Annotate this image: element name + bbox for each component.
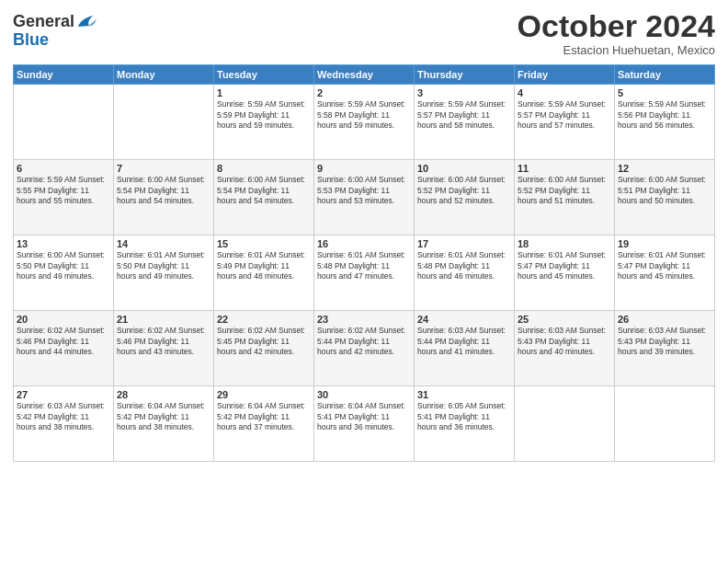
day-info: Sunrise: 6:05 AM Sunset: 5:41 PM Dayligh…: [417, 401, 511, 432]
week-row-3: 20Sunrise: 6:02 AM Sunset: 5:46 PM Dayli…: [14, 311, 715, 386]
day-info: Sunrise: 6:03 AM Sunset: 5:44 PM Dayligh…: [417, 326, 511, 357]
calendar-cell: 25Sunrise: 6:03 AM Sunset: 5:43 PM Dayli…: [515, 311, 615, 386]
day-info: Sunrise: 6:02 AM Sunset: 5:46 PM Dayligh…: [17, 326, 110, 357]
calendar-cell: 26Sunrise: 6:03 AM Sunset: 5:43 PM Dayli…: [615, 311, 715, 386]
calendar-cell: 6Sunrise: 5:59 AM Sunset: 5:55 PM Daylig…: [14, 160, 114, 236]
day-info: Sunrise: 5:59 AM Sunset: 5:56 PM Dayligh…: [618, 99, 711, 131]
day-number: 22: [217, 314, 311, 325]
day-info: Sunrise: 6:00 AM Sunset: 5:53 PM Dayligh…: [317, 175, 411, 206]
calendar-cell: 24Sunrise: 6:03 AM Sunset: 5:44 PM Dayli…: [415, 311, 515, 386]
day-info: Sunrise: 6:03 AM Sunset: 5:43 PM Dayligh…: [518, 326, 611, 357]
calendar-cell: 22Sunrise: 6:02 AM Sunset: 5:45 PM Dayli…: [214, 311, 314, 386]
day-number: 3: [417, 87, 511, 98]
weekday-header-row: SundayMondayTuesdayWednesdayThursdayFrid…: [14, 65, 715, 85]
calendar-cell: 9Sunrise: 6:00 AM Sunset: 5:53 PM Daylig…: [314, 160, 415, 236]
day-number: 17: [417, 238, 511, 249]
day-info: Sunrise: 6:00 AM Sunset: 5:54 PM Dayligh…: [117, 175, 210, 206]
week-row-4: 27Sunrise: 6:03 AM Sunset: 5:42 PM Dayli…: [14, 386, 715, 462]
day-info: Sunrise: 6:04 AM Sunset: 5:42 PM Dayligh…: [117, 401, 210, 432]
day-info: Sunrise: 6:00 AM Sunset: 5:50 PM Dayligh…: [17, 250, 110, 282]
calendar-cell: [515, 386, 615, 462]
day-info: Sunrise: 5:59 AM Sunset: 5:57 PM Dayligh…: [518, 99, 611, 131]
calendar-cell: 5Sunrise: 5:59 AM Sunset: 5:56 PM Daylig…: [615, 85, 715, 160]
day-info: Sunrise: 6:02 AM Sunset: 5:46 PM Dayligh…: [117, 326, 210, 357]
calendar-cell: 19Sunrise: 6:01 AM Sunset: 5:47 PM Dayli…: [615, 236, 715, 311]
day-number: 31: [417, 389, 511, 400]
calendar-cell: 7Sunrise: 6:00 AM Sunset: 5:54 PM Daylig…: [114, 160, 214, 236]
logo-bird-icon: [76, 14, 97, 30]
calendar-cell: 28Sunrise: 6:04 AM Sunset: 5:42 PM Dayli…: [114, 386, 214, 462]
day-number: 18: [518, 238, 611, 249]
calendar-cell: 17Sunrise: 6:01 AM Sunset: 5:48 PM Dayli…: [415, 236, 515, 311]
day-number: 24: [417, 314, 511, 325]
calendar-cell: 16Sunrise: 6:01 AM Sunset: 5:48 PM Dayli…: [314, 236, 415, 311]
day-number: 2: [317, 87, 411, 98]
logo-general-text: General: [13, 13, 74, 31]
calendar-cell: 18Sunrise: 6:01 AM Sunset: 5:47 PM Dayli…: [515, 236, 615, 311]
calendar-container: General Blue October 2024 Estacion Huehu…: [0, 0, 728, 563]
day-number: 29: [217, 389, 311, 400]
day-info: Sunrise: 6:02 AM Sunset: 5:44 PM Dayligh…: [317, 326, 411, 357]
calendar-cell: 30Sunrise: 6:04 AM Sunset: 5:41 PM Dayli…: [314, 386, 415, 462]
day-number: 19: [618, 238, 711, 249]
calendar-cell: [615, 386, 715, 462]
day-number: 11: [518, 163, 611, 174]
week-row-1: 6Sunrise: 5:59 AM Sunset: 5:55 PM Daylig…: [14, 160, 715, 236]
week-row-2: 13Sunrise: 6:00 AM Sunset: 5:50 PM Dayli…: [14, 236, 715, 311]
day-number: 16: [317, 238, 411, 249]
day-number: 14: [117, 238, 210, 249]
calendar-cell: [114, 85, 214, 160]
calendar-table: SundayMondayTuesdayWednesdayThursdayFrid…: [13, 64, 715, 462]
calendar-cell: 3Sunrise: 5:59 AM Sunset: 5:57 PM Daylig…: [415, 85, 515, 160]
calendar-cell: 11Sunrise: 6:00 AM Sunset: 5:52 PM Dayli…: [515, 160, 615, 236]
day-number: 26: [618, 314, 711, 325]
day-info: Sunrise: 5:59 AM Sunset: 5:57 PM Dayligh…: [417, 99, 511, 131]
calendar-cell: 2Sunrise: 5:59 AM Sunset: 5:58 PM Daylig…: [314, 85, 415, 160]
day-info: Sunrise: 6:02 AM Sunset: 5:45 PM Dayligh…: [217, 326, 311, 357]
weekday-header-saturday: Saturday: [615, 65, 715, 85]
day-number: 30: [317, 389, 411, 400]
calendar-cell: 10Sunrise: 6:00 AM Sunset: 5:52 PM Dayli…: [415, 160, 515, 236]
day-number: 5: [618, 87, 711, 98]
day-info: Sunrise: 6:01 AM Sunset: 5:49 PM Dayligh…: [217, 250, 311, 282]
day-info: Sunrise: 6:03 AM Sunset: 5:43 PM Dayligh…: [618, 326, 711, 357]
weekday-header-sunday: Sunday: [14, 65, 114, 85]
day-number: 15: [217, 238, 311, 249]
day-number: 21: [117, 314, 210, 325]
calendar-cell: 23Sunrise: 6:02 AM Sunset: 5:44 PM Dayli…: [314, 311, 415, 386]
day-number: 12: [618, 163, 711, 174]
title-block: October 2024 Estacion Huehuetan, Mexico: [518, 9, 715, 57]
month-title: October 2024: [518, 9, 715, 43]
calendar-cell: 31Sunrise: 6:05 AM Sunset: 5:41 PM Dayli…: [415, 386, 515, 462]
day-info: Sunrise: 6:01 AM Sunset: 5:48 PM Dayligh…: [317, 250, 411, 282]
day-info: Sunrise: 6:01 AM Sunset: 5:48 PM Dayligh…: [417, 250, 511, 282]
day-info: Sunrise: 5:59 AM Sunset: 5:58 PM Dayligh…: [317, 99, 411, 131]
calendar-cell: 1Sunrise: 5:59 AM Sunset: 5:59 PM Daylig…: [214, 85, 314, 160]
day-info: Sunrise: 6:00 AM Sunset: 5:52 PM Dayligh…: [417, 175, 511, 206]
day-number: 6: [17, 163, 110, 174]
day-info: Sunrise: 6:01 AM Sunset: 5:47 PM Dayligh…: [518, 250, 611, 282]
day-info: Sunrise: 6:00 AM Sunset: 5:52 PM Dayligh…: [518, 175, 611, 206]
calendar-cell: 27Sunrise: 6:03 AM Sunset: 5:42 PM Dayli…: [14, 386, 114, 462]
day-info: Sunrise: 5:59 AM Sunset: 5:55 PM Dayligh…: [17, 175, 110, 206]
calendar-cell: 20Sunrise: 6:02 AM Sunset: 5:46 PM Dayli…: [14, 311, 114, 386]
day-info: Sunrise: 6:00 AM Sunset: 5:51 PM Dayligh…: [618, 175, 711, 206]
day-number: 1: [217, 87, 311, 98]
calendar-cell: 29Sunrise: 6:04 AM Sunset: 5:42 PM Dayli…: [214, 386, 314, 462]
day-number: 28: [117, 389, 210, 400]
calendar-cell: 21Sunrise: 6:02 AM Sunset: 5:46 PM Dayli…: [114, 311, 214, 386]
day-number: 10: [417, 163, 511, 174]
day-number: 27: [17, 389, 110, 400]
calendar-cell: 15Sunrise: 6:01 AM Sunset: 5:49 PM Dayli…: [214, 236, 314, 311]
calendar-cell: 13Sunrise: 6:00 AM Sunset: 5:50 PM Dayli…: [14, 236, 114, 311]
day-info: Sunrise: 5:59 AM Sunset: 5:59 PM Dayligh…: [217, 99, 311, 131]
day-number: 20: [17, 314, 110, 325]
day-number: 7: [117, 163, 210, 174]
day-info: Sunrise: 6:03 AM Sunset: 5:42 PM Dayligh…: [17, 401, 110, 432]
weekday-header-monday: Monday: [114, 65, 214, 85]
logo: General Blue: [13, 13, 97, 50]
day-info: Sunrise: 6:01 AM Sunset: 5:47 PM Dayligh…: [618, 250, 711, 282]
day-number: 23: [317, 314, 411, 325]
day-number: 13: [17, 238, 110, 249]
calendar-cell: 14Sunrise: 6:01 AM Sunset: 5:50 PM Dayli…: [114, 236, 214, 311]
